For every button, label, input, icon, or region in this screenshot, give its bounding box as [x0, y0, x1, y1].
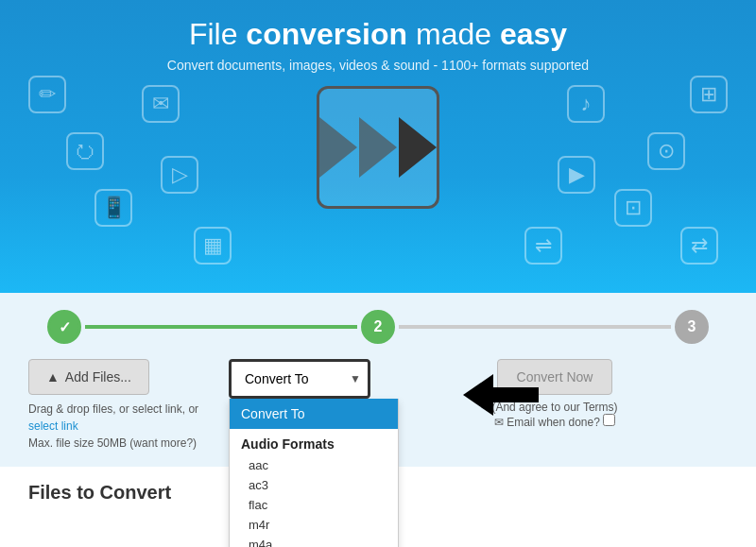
convert-to-dropdown: Convert To Audio Formats aac ac3 flac m4… [229, 399, 399, 547]
arrow-2 [359, 117, 397, 178]
dropdown-item-m4r[interactable]: m4r [230, 515, 398, 535]
dropdown-item-flac[interactable]: flac [230, 495, 398, 515]
step-3-circle: 3 [675, 310, 709, 344]
doodle-icon-9: ⊡ [614, 189, 652, 227]
dropdown-header: Convert To [230, 399, 398, 429]
hero-subtitle: Convert documents, images, videos & soun… [19, 58, 737, 73]
convert-now-helper: (And agree to our Terms) ✉ Email when do… [491, 401, 617, 429]
select-link[interactable]: select link [28, 419, 78, 433]
doodle-icon-1: ✏ [28, 76, 66, 113]
email-checkbox[interactable] [603, 414, 615, 426]
dropdown-item-aac[interactable]: aac [230, 455, 398, 475]
doodle-icon-3: 📱 [94, 189, 132, 227]
doodle-icon-10: ♪ [567, 85, 605, 123]
convert-to-select[interactable]: Convert To [229, 359, 370, 399]
upload-icon: ▲ [46, 369, 60, 385]
add-files-button[interactable]: ▲ Add Files... [28, 359, 149, 395]
steps-section: ✓ 2 3 ▲ Add Files... Drag & drop files, … [0, 293, 756, 467]
doodle-icon-5: ▷ [161, 156, 198, 194]
step-1-circle: ✓ [47, 310, 81, 344]
step-line-2-3 [399, 325, 671, 329]
step-2-circle: 2 [361, 310, 395, 344]
dropdown-category-audio: Audio Formats [230, 429, 398, 455]
dropdown-item-ac3[interactable]: ac3 [230, 475, 398, 495]
doodle-icon-11: ▶ [558, 156, 595, 194]
doodle-icon-8: ⊙ [647, 132, 685, 170]
convert-to-wrapper: Convert To ▼ Convert To Audio Formats aa… [229, 359, 370, 399]
arrow-1 [319, 117, 357, 178]
doodle-icon-2: ⭮ [66, 132, 104, 170]
helper-text: Drag & drop files, or select link, or se… [28, 401, 217, 452]
arrow-3 [399, 117, 437, 178]
doodle-icon-6: ▦ [194, 227, 232, 265]
logo-inner [317, 86, 439, 209]
add-files-col: ▲ Add Files... Drag & drop files, or sel… [28, 359, 217, 452]
doodle-icon-7: ⊞ [690, 76, 728, 113]
convert-now-button[interactable]: Convert Now [497, 359, 613, 395]
doodle-icon-12: ⇌ [524, 227, 562, 265]
controls-row: ▲ Add Files... Drag & drop files, or sel… [28, 359, 728, 452]
hero-section: ✏ ⭮ 📱 ✉ ▷ ▦ ⊞ ⊙ ⊡ ♪ ▶ ⇌ ⇄ File conversio… [0, 0, 756, 293]
steps-row: ✓ 2 3 [28, 310, 728, 344]
doodle-icon-13: ⇄ [680, 227, 718, 265]
step-line-1-2 [85, 325, 357, 329]
dropdown-item-m4a[interactable]: m4a [230, 535, 398, 547]
convert-now-col: Convert Now (And agree to our Terms) ✉ E… [382, 359, 728, 429]
hero-title: File conversion made easy [19, 17, 737, 52]
doodle-icon-4: ✉ [142, 85, 180, 123]
play-arrows [319, 117, 437, 178]
